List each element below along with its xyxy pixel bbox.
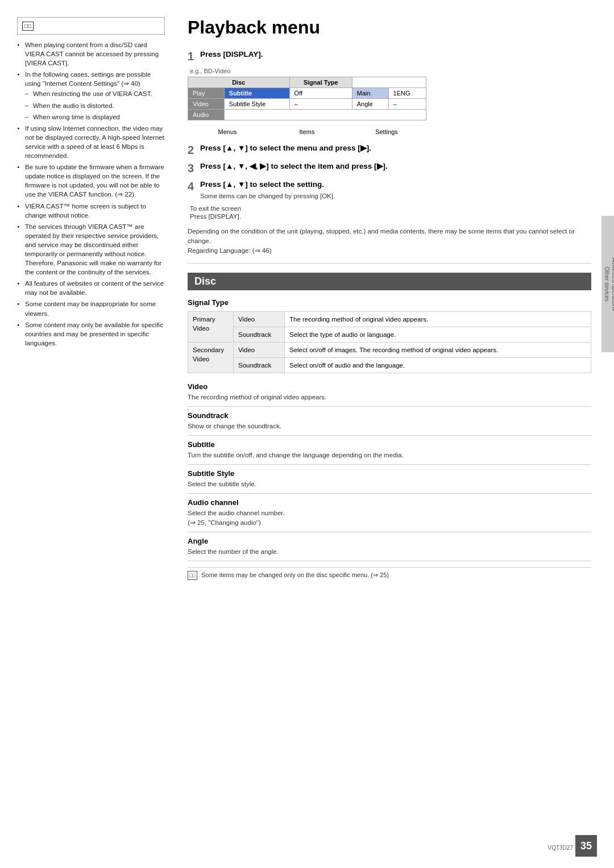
right-column: Playback menu 1 Press [DISPLAY]. e.g., B…	[176, 0, 614, 868]
feature-audio-channel: Audio channel Select the audio channel n…	[188, 498, 591, 532]
feature-subtitle-desc: Turn the subtitle on/off, and change the…	[188, 450, 591, 460]
list-subitem: When restricting the use of VIERA CAST.	[25, 89, 165, 98]
list-item: If using slow Internet connection, the v…	[17, 124, 165, 160]
feature-subtitle-style-desc: Select the subtitle style.	[188, 479, 591, 489]
feature-angle-title: Angle	[188, 537, 591, 545]
main-note: Depending on the condition of the unit (…	[188, 227, 591, 264]
feature-video: Video The recording method of original v…	[188, 382, 591, 407]
footer-items: Items	[267, 128, 347, 135]
side-tab-other-devices: Other devices	[603, 266, 611, 302]
pv-video-label: Video	[234, 311, 285, 327]
primary-video-label: PrimaryVideo	[188, 311, 234, 342]
bottom-note-icon: □□	[188, 571, 197, 580]
signal-row-pv-soundtrack: Soundtrack Select the type of audio or l…	[188, 327, 591, 342]
feature-subtitle-style-title: Subtitle Style	[188, 469, 591, 478]
step-1: 1 Press [DISPLAY].	[188, 49, 591, 63]
signal-row-sv-video: SecondaryVideo Video Select on/off of im…	[188, 342, 591, 357]
signal-row-sv-soundtrack: Soundtrack Select on/off of audio and th…	[188, 358, 591, 373]
sv-soundtrack-label: Soundtrack	[234, 358, 285, 373]
footer-settings: Settings	[347, 128, 426, 135]
list-subitem: When the audio is distorted.	[25, 101, 165, 110]
signal-row-pv-video: PrimaryVideo Video The recording method …	[188, 311, 591, 327]
note-icon: □□	[22, 22, 34, 31]
menu-row-video: Video Subtitle Style – Angle –	[188, 99, 426, 110]
menu-angle-label: Angle	[352, 99, 388, 110]
disc-section-title: Disc	[188, 273, 591, 290]
side-tab: Other devices Advanced operations	[601, 216, 614, 352]
feature-soundtrack: Soundtrack Show or change the soundtrack…	[188, 411, 591, 436]
bottom-note: □□ Some items may be changed only on the…	[188, 567, 591, 580]
list-subitem: When wrong time is displayed	[25, 112, 165, 122]
feature-soundtrack-title: Soundtrack	[188, 411, 591, 420]
feature-subtitle-title: Subtitle	[188, 440, 591, 449]
list-item: VIERA CAST™ home screen is subject to ch…	[17, 202, 165, 220]
feature-video-desc: The recording method of original video a…	[188, 393, 591, 402]
list-item: All features of websites or content of t…	[17, 279, 165, 297]
step-3-number: 3	[188, 161, 200, 175]
menu-audio-label: Audio	[188, 110, 225, 120]
side-tab-advanced-operations: Advanced operations	[611, 257, 614, 311]
exit-note-line1: To exit the screen	[190, 205, 591, 212]
step-3: 3 Press [▲, ▼, ◀, ▶] to select the item …	[188, 161, 591, 175]
sv-soundtrack-desc: Select on/off of audio and the language.	[285, 358, 591, 373]
page-container: □□ When playing content from a disc/SD c…	[0, 0, 614, 868]
step-4-number: 4	[188, 180, 200, 193]
menu-subtitle-1eng: 1ENG	[388, 88, 426, 99]
sv-video-label: Video	[234, 342, 285, 357]
menu-subtitle-off: Off	[289, 88, 352, 99]
step-4-content: Press [▲, ▼] to select the setting. Some…	[200, 180, 335, 201]
feature-soundtrack-desc: Show or change the soundtrack.	[188, 422, 591, 431]
feature-subtitle-style: Subtitle Style Select the subtitle style…	[188, 469, 591, 494]
menu-row-play: Play Subtitle Off Main 1ENG	[188, 88, 426, 99]
pv-soundtrack-desc: Select the type of audio or language.	[285, 327, 591, 342]
step-4: 4 Press [▲, ▼] to select the setting. So…	[188, 180, 591, 201]
list-item: The services through VIERA CAST™ are ope…	[17, 222, 165, 277]
menu-angle-dash: –	[388, 99, 426, 110]
feature-angle: Angle Select the number of the angle.	[188, 537, 591, 561]
step-4-subnote: Some items can be changed by pressing [O…	[200, 191, 335, 201]
note-box: □□	[17, 17, 165, 35]
menu-subtitle-label: Subtitle	[224, 88, 289, 99]
list-item: When playing content from a disc/SD card…	[17, 40, 165, 68]
step-3-content: Press [▲, ▼, ◀, ▶] to select the item an…	[200, 161, 388, 172]
signal-type-table: PrimaryVideo Video The recording method …	[188, 311, 591, 373]
pv-video-desc: The recording method of original video a…	[285, 311, 591, 327]
exit-note-line2: Press [DISPLAY].	[190, 213, 591, 220]
menu-play-label: Play	[188, 88, 225, 99]
feature-audio-channel-desc: Select the audio channel number.(⇒ 25, "…	[188, 508, 591, 527]
bullet-list: When playing content from a disc/SD card…	[17, 40, 165, 348]
menu-col-signal: Signal Type	[289, 77, 352, 88]
left-column: □□ When playing content from a disc/SD c…	[0, 0, 176, 868]
feature-angle-desc: Select the number of the angle.	[188, 547, 591, 556]
step-2-number: 2	[188, 143, 200, 157]
step-2-content: Press [▲, ▼] to select the menu and pres…	[200, 143, 371, 154]
list-item: In the following cases, settings are pos…	[17, 70, 165, 121]
step-2: 2 Press [▲, ▼] to select the menu and pr…	[188, 143, 591, 157]
menu-col-disc: Disc	[188, 77, 290, 88]
secondary-video-label: SecondaryVideo	[188, 342, 234, 373]
sv-video-desc: Select on/off of images. The recording m…	[285, 342, 591, 357]
feature-video-title: Video	[188, 382, 591, 391]
pv-soundtrack-label: Soundtrack	[234, 327, 285, 342]
step-1-number: 1	[188, 49, 200, 63]
footer-menus: Menus	[188, 128, 267, 135]
bottom-note-text: Some items may be changed only on the di…	[201, 571, 389, 578]
menu-video-label: Video	[188, 99, 225, 110]
signal-type-label: Signal Type	[188, 298, 591, 307]
menu-footer-labels: Menus Items Settings	[188, 128, 426, 135]
menu-header-row: Disc Signal Type	[188, 77, 426, 88]
menu-row-audio: Audio	[188, 110, 426, 120]
page-title: Playback menu	[188, 17, 591, 38]
version-code: VQT3D27	[548, 845, 573, 851]
menu-ss-dash: –	[289, 99, 352, 110]
list-item: Be sure to update the firmware when a fi…	[17, 162, 165, 199]
menu-example-table: Disc Signal Type Play Subtitle Off Main …	[188, 77, 426, 120]
example-label: e.g., BD-Video	[190, 68, 591, 74]
page-number: 35	[575, 835, 597, 857]
menu-subtitle-style-label: Subtitle Style	[224, 99, 289, 110]
list-item: Some content may be inappropriate for so…	[17, 299, 165, 318]
step-1-content: Press [DISPLAY].	[200, 49, 263, 60]
feature-subtitle: Subtitle Turn the subtitle on/off, and c…	[188, 440, 591, 465]
feature-audio-channel-title: Audio channel	[188, 498, 591, 507]
list-item: Some content may only be available for s…	[17, 320, 165, 348]
